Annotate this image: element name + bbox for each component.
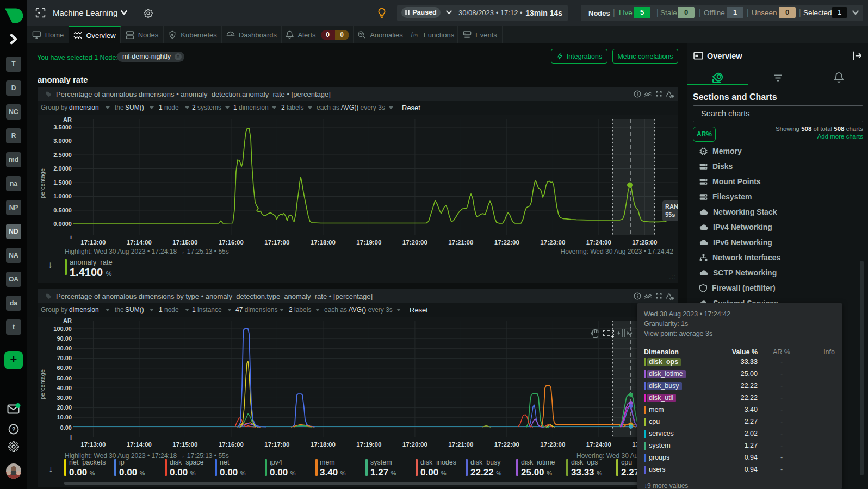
- svg-text:?: ?: [12, 426, 16, 432]
- svg-text:f: f: [411, 32, 413, 37]
- svg-text:(x): (x): [413, 33, 418, 37]
